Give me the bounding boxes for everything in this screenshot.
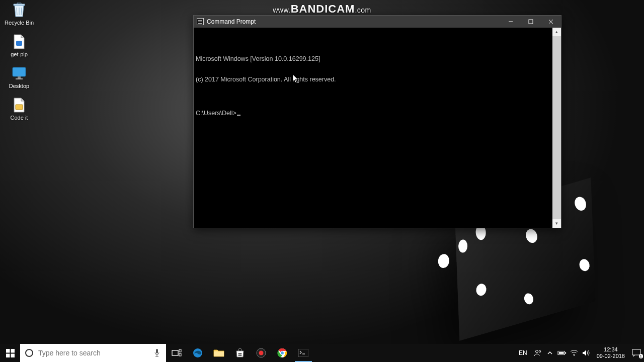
- terminal-prompt: C:\Users\Dell>: [194, 110, 561, 117]
- action-center-button[interactable]: 1: [631, 348, 642, 357]
- desktop-shortcut-icon: [11, 65, 27, 81]
- close-button[interactable]: [541, 16, 561, 28]
- svg-rect-4: [16, 105, 23, 110]
- svg-rect-17: [240, 353, 242, 354]
- microphone-icon[interactable]: [154, 348, 161, 357]
- terminal-cursor: [237, 115, 240, 116]
- tray-date: 09-02-2018: [597, 353, 625, 359]
- cmd-taskbar-icon: [298, 349, 308, 357]
- tray-clock[interactable]: 12:34 09-02-2018: [594, 346, 628, 359]
- svg-rect-0: [16, 41, 22, 46]
- cmd-icon: [197, 18, 204, 25]
- svg-rect-25: [298, 349, 308, 357]
- svg-point-27: [539, 350, 541, 352]
- svg-rect-29: [565, 352, 566, 354]
- svg-rect-16: [238, 353, 240, 354]
- task-view-icon: [172, 349, 182, 357]
- terminal-line: Microsoft Windows [Version 10.0.16299.12…: [194, 56, 561, 63]
- svg-rect-9: [11, 353, 15, 357]
- desktop-icon-desktop[interactable]: Desktop: [2, 65, 36, 89]
- desktop-icons: Recycle Bin get-pip Desktop Code it: [2, 2, 36, 121]
- record-icon: [256, 348, 266, 358]
- svg-rect-30: [558, 352, 564, 354]
- folder-icon: [213, 348, 224, 357]
- taskbar-app-file-explorer[interactable]: [208, 344, 229, 362]
- maximize-button[interactable]: [521, 16, 541, 28]
- svg-point-26: [535, 350, 538, 353]
- vscode-file-icon: [11, 34, 27, 50]
- mouse-cursor-icon: [293, 74, 299, 83]
- tray-chevron-up-icon[interactable]: [545, 348, 554, 357]
- people-icon[interactable]: [533, 348, 542, 357]
- svg-rect-2: [18, 76, 21, 78]
- taskbar-app-bandicam[interactable]: [251, 344, 272, 362]
- tray-time: 12:34: [597, 346, 625, 353]
- terminal-line: (c) 2017 Microsoft Corporation. All righ…: [194, 76, 561, 83]
- desktop-icon-label: Desktop: [2, 83, 36, 89]
- terminal-body[interactable]: Microsoft Windows [Version 10.0.16299.12…: [194, 28, 561, 228]
- cortana-circle-icon: [25, 349, 33, 357]
- bandicam-watermark: www.BANDICAM.com: [273, 3, 371, 16]
- svg-rect-19: [240, 355, 242, 356]
- folder-shortcut-icon: [11, 97, 27, 113]
- svg-rect-3: [16, 78, 23, 79]
- wifi-icon[interactable]: [570, 348, 579, 357]
- taskbar: EN 12:34 09-02-2018 1: [0, 344, 644, 362]
- svg-point-21: [259, 351, 264, 355]
- volume-icon[interactable]: [582, 348, 591, 357]
- minimize-button[interactable]: [501, 16, 521, 28]
- search-input[interactable]: [38, 349, 149, 357]
- taskbar-app-store[interactable]: [229, 344, 251, 362]
- start-button[interactable]: [0, 344, 20, 362]
- svg-rect-6: [6, 349, 10, 353]
- terminal-scrollbar[interactable]: ▴ ▾: [552, 28, 561, 228]
- svg-rect-1: [13, 67, 26, 76]
- scroll-down-icon[interactable]: ▾: [552, 219, 561, 228]
- recycle-bin-icon: [11, 2, 27, 18]
- taskbar-app-cmd[interactable]: [293, 344, 314, 362]
- desktop[interactable]: www.BANDICAM.com Recycle Bin get-pip Des…: [0, 0, 644, 362]
- titlebar[interactable]: Command Prompt: [194, 16, 561, 28]
- desktop-icon-label: get-pip: [2, 51, 36, 57]
- notification-badge: 1: [639, 354, 643, 358]
- taskbar-app-chrome[interactable]: [272, 344, 293, 362]
- command-prompt-window[interactable]: Command Prompt Microsoft Windows [Versio…: [193, 15, 561, 228]
- tray-language[interactable]: EN: [516, 349, 530, 356]
- svg-rect-12: [179, 349, 181, 352]
- svg-rect-11: [172, 350, 178, 355]
- window-title: Command Prompt: [207, 18, 256, 25]
- chrome-icon: [277, 348, 287, 358]
- task-view-button[interactable]: [166, 344, 187, 362]
- svg-rect-13: [179, 353, 181, 356]
- svg-rect-7: [11, 349, 15, 353]
- svg-rect-5: [529, 20, 533, 24]
- desktop-icon-label: Code it: [2, 115, 36, 121]
- svg-rect-18: [238, 355, 240, 356]
- svg-rect-15: [214, 351, 224, 356]
- svg-rect-10: [156, 349, 158, 353]
- desktop-icon-get-pip[interactable]: get-pip: [2, 34, 36, 57]
- scroll-track[interactable]: [552, 36, 561, 219]
- store-icon: [235, 348, 245, 358]
- desktop-icon-label: Recycle Bin: [2, 20, 36, 26]
- battery-icon[interactable]: [557, 348, 567, 357]
- svg-rect-8: [6, 353, 10, 357]
- system-tray: EN 12:34 09-02-2018 1: [514, 344, 644, 362]
- windows-logo-icon: [6, 349, 15, 357]
- svg-point-31: [574, 355, 575, 356]
- desktop-icon-recycle-bin[interactable]: Recycle Bin: [2, 2, 36, 26]
- taskbar-search[interactable]: [20, 344, 166, 362]
- taskbar-app-edge[interactable]: [187, 344, 208, 362]
- desktop-icon-code-it[interactable]: Code it: [2, 97, 36, 121]
- edge-icon: [192, 347, 203, 358]
- scroll-up-icon[interactable]: ▴: [552, 28, 561, 36]
